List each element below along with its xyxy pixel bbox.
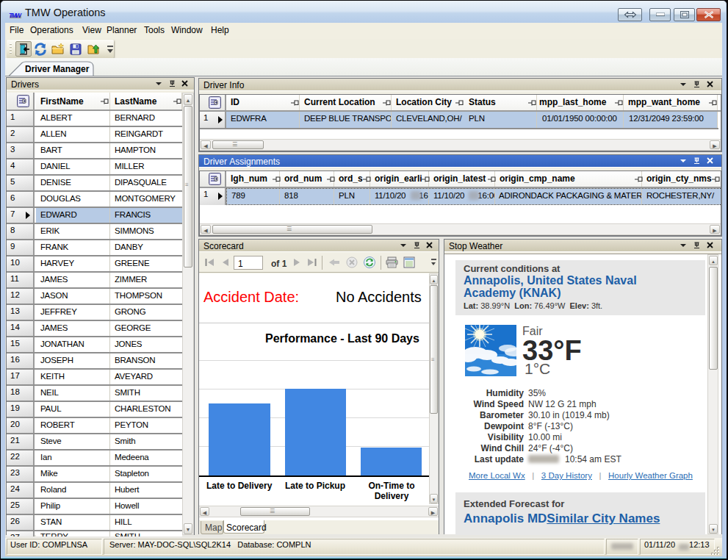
svg-text:TMW: TMW	[9, 12, 22, 19]
